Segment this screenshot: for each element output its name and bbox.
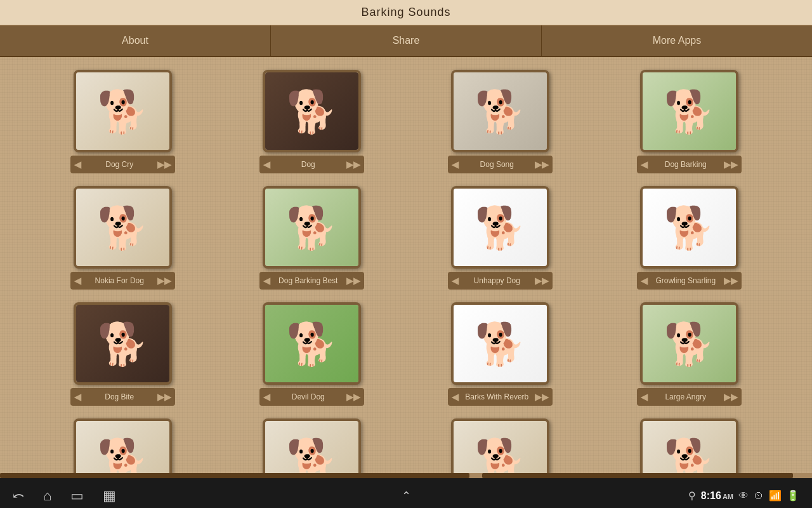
arrow-right-icon: ▶▶ <box>157 392 171 402</box>
arrow-left-icon: ◀ <box>263 276 270 286</box>
arrow-right-icon: ▶▶ <box>157 159 171 170</box>
arrow-left-icon: ◀ <box>452 276 459 286</box>
sound-label-bar-11[interactable]: ◀Barks With Reverb▶▶ <box>448 388 553 406</box>
sound-item-8[interactable]: 🐕◀Growling Snarling▶▶ <box>605 186 775 290</box>
sound-item-2[interactable]: 🐕◀Dog▶▶ <box>227 70 397 173</box>
eye-icon: 👁 <box>738 490 749 502</box>
bottom-bar: ⤺ ⌂ ▭ ▦ ⌃ ⚲ 8:16AM 👁 ⏲ 📶 🔋 <box>0 478 812 508</box>
sound-frame-6: 🐕 <box>263 186 361 269</box>
dog-image-11: 🐕 <box>454 305 547 382</box>
arrow-left-icon: ◀ <box>641 276 648 286</box>
sound-label-text-9: Dog Bite <box>81 392 157 401</box>
qr-icon[interactable]: ▦ <box>103 488 116 504</box>
arrow-right-icon: ▶▶ <box>535 276 549 286</box>
sound-label-text-12: Large Angry <box>648 392 724 401</box>
sound-item-15[interactable]: 🐕 <box>416 418 586 473</box>
arrow-left-icon: ◀ <box>452 159 459 170</box>
time-display: 8:16AM <box>701 490 733 502</box>
sound-frame-13: 🐕 <box>74 418 172 473</box>
dog-image-12: 🐕 <box>643 305 736 382</box>
more-apps-button[interactable]: More Apps <box>542 25 812 56</box>
sound-item-13[interactable]: 🐕 <box>38 418 208 473</box>
sound-frame-7: 🐕 <box>451 186 549 269</box>
sound-label-bar-1[interactable]: ◀Dog Cry▶▶ <box>70 156 175 173</box>
sound-label-bar-8[interactable]: ◀Growling Snarling▶▶ <box>637 272 742 290</box>
sound-item-1[interactable]: 🐕◀Dog Cry▶▶ <box>38 70 208 173</box>
sound-frame-8: 🐕 <box>640 186 738 269</box>
home-icon[interactable]: ⌂ <box>43 488 51 504</box>
sound-frame-4: 🐕 <box>640 70 738 152</box>
sound-label-text-6: Dog Barking Best <box>270 276 346 285</box>
sound-label-text-8: Growling Snarling <box>648 276 724 285</box>
sound-label-bar-12[interactable]: ◀Large Angry▶▶ <box>637 388 742 406</box>
recent-apps-icon[interactable]: ▭ <box>70 488 84 504</box>
sound-frame-5: 🐕 <box>74 186 172 269</box>
sound-label-text-3: Dog Song <box>459 160 535 169</box>
back-icon[interactable]: ⤺ <box>13 488 24 504</box>
arrow-left-icon: ◀ <box>74 276 81 286</box>
usb-icon: ⚲ <box>688 490 696 502</box>
arrow-right-icon: ▶▶ <box>724 276 738 286</box>
sound-item-14[interactable]: 🐕 <box>227 418 397 473</box>
sound-label-text-7: Unhappy Dog <box>459 276 535 285</box>
arrow-left-icon: ◀ <box>641 159 648 170</box>
bottom-nav-left: ⤺ ⌂ ▭ ▦ <box>13 488 116 504</box>
nav-bar: About Share More Apps <box>0 25 812 57</box>
sound-label-text-2: Dog <box>270 160 346 169</box>
dog-image-1: 🐕 <box>76 72 169 150</box>
sound-label-text-4: Dog Barking <box>648 160 724 169</box>
sound-label-text-11: Barks With Reverb <box>459 392 535 401</box>
share-button[interactable]: Share <box>271 25 542 56</box>
arrow-left-icon: ◀ <box>452 392 459 402</box>
sound-item-6[interactable]: 🐕◀Dog Barking Best▶▶ <box>227 186 397 290</box>
sound-label-bar-6[interactable]: ◀Dog Barking Best▶▶ <box>259 272 364 290</box>
sound-item-16[interactable]: 🐕 <box>605 418 775 473</box>
arrow-right-icon: ▶▶ <box>535 159 549 170</box>
dog-image-13: 🐕 <box>76 421 169 473</box>
arrow-right-icon: ▶▶ <box>157 276 171 286</box>
sound-label-bar-3[interactable]: ◀Dog Song▶▶ <box>448 156 553 173</box>
sound-item-5[interactable]: 🐕◀Nokia For Dog▶▶ <box>38 186 208 290</box>
main-content: 🐕◀Dog Cry▶▶🐕◀Dog▶▶🐕◀Dog Song▶▶🐕◀Dog Bark… <box>0 57 812 473</box>
arrow-right-icon: ▶▶ <box>535 392 549 402</box>
sound-frame-10: 🐕 <box>263 302 361 385</box>
sound-label-bar-7[interactable]: ◀Unhappy Dog▶▶ <box>448 272 553 290</box>
dog-image-14: 🐕 <box>265 421 358 473</box>
sound-item-3[interactable]: 🐕◀Dog Song▶▶ <box>416 70 586 173</box>
dog-image-4: 🐕 <box>643 72 736 150</box>
title-bar: Barking Sounds <box>0 0 812 25</box>
sound-item-9[interactable]: 🐕◀Dog Bite▶▶ <box>38 302 208 406</box>
sound-label-bar-5[interactable]: ◀Nokia For Dog▶▶ <box>70 272 175 290</box>
about-button[interactable]: About <box>0 25 271 56</box>
arrow-right-icon: ▶▶ <box>346 392 360 402</box>
sound-label-text-5: Nokia For Dog <box>81 276 157 285</box>
sound-frame-14: 🐕 <box>263 418 361 473</box>
arrow-left-icon: ◀ <box>74 159 81 170</box>
dog-image-9: 🐕 <box>76 305 169 382</box>
sound-item-4[interactable]: 🐕◀Dog Barking▶▶ <box>605 70 775 173</box>
sound-label-text-1: Dog Cry <box>81 160 157 169</box>
dog-image-5: 🐕 <box>76 189 169 266</box>
sound-frame-12: 🐕 <box>640 302 738 385</box>
bottom-nav-center: ⌃ <box>402 489 411 503</box>
sound-label-bar-10[interactable]: ◀Devil Dog▶▶ <box>259 388 364 406</box>
dog-image-3: 🐕 <box>454 72 547 150</box>
sound-label-bar-2[interactable]: ◀Dog▶▶ <box>259 156 364 173</box>
scrollbar-thumb-left[interactable] <box>0 473 469 478</box>
sound-frame-2: 🐕 <box>263 70 361 152</box>
sound-item-10[interactable]: 🐕◀Devil Dog▶▶ <box>227 302 397 406</box>
arrow-right-icon: ▶▶ <box>346 276 360 286</box>
sound-item-11[interactable]: 🐕◀Barks With Reverb▶▶ <box>416 302 586 406</box>
up-arrow-icon[interactable]: ⌃ <box>402 490 411 502</box>
app-title: Barking Sounds <box>361 6 450 19</box>
dog-image-8: 🐕 <box>643 189 736 266</box>
sound-label-bar-4[interactable]: ◀Dog Barking▶▶ <box>637 156 742 173</box>
sound-item-7[interactable]: 🐕◀Unhappy Dog▶▶ <box>416 186 586 290</box>
scrollbar-thumb-right[interactable] <box>482 473 793 478</box>
sound-frame-16: 🐕 <box>640 418 738 473</box>
battery-icon: 🔋 <box>787 490 799 502</box>
sound-item-12[interactable]: 🐕◀Large Angry▶▶ <box>605 302 775 406</box>
sound-label-bar-9[interactable]: ◀Dog Bite▶▶ <box>70 388 175 406</box>
sound-frame-3: 🐕 <box>451 70 549 152</box>
dog-image-10: 🐕 <box>265 305 358 382</box>
